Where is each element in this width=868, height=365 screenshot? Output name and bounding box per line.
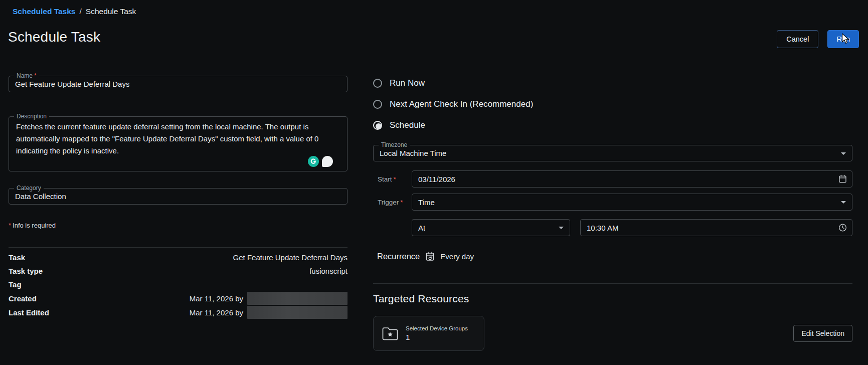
detail-row-created: Created Mar 11, 2026 by	[9, 291, 348, 305]
start-label: Start*	[373, 175, 412, 183]
detail-row-task-type: Task type fusionscript	[9, 264, 348, 278]
detail-row-tag: Tag	[9, 278, 348, 291]
trigger-select[interactable]: Time	[412, 194, 852, 211]
breadcrumb: Scheduled Tasks / Schedule Task	[13, 7, 136, 16]
timezone-value: Local Machine Time	[380, 149, 446, 157]
trigger-value: Time	[418, 198, 435, 207]
detail-label: Tag	[9, 280, 22, 289]
radio-icon	[373, 121, 382, 130]
breadcrumb-scheduled-tasks-link[interactable]: Scheduled Tasks	[13, 7, 75, 16]
detail-value: fusionscript	[309, 267, 348, 275]
detail-label: Task	[9, 253, 25, 262]
description-label: Description	[14, 113, 49, 120]
recurrence-label: Recurrence	[377, 252, 420, 261]
folder-star-icon	[382, 326, 399, 341]
at-value: At	[418, 224, 425, 232]
timezone-select[interactable]: Timezone Local Machine Time	[373, 145, 852, 161]
page-title: Schedule Task	[8, 29, 100, 45]
radio-run-now[interactable]: Run Now	[373, 73, 852, 94]
recurrence-value: Every day	[440, 252, 474, 261]
radio-next-agent-check-in[interactable]: Next Agent Check In (Recommended)	[373, 94, 852, 115]
redacted-username	[247, 306, 348, 319]
device-groups-label: Selected Device Groups	[406, 325, 468, 331]
name-label: Name*	[14, 72, 39, 80]
time-input[interactable]: 10:30 AM	[580, 219, 852, 236]
clock-icon[interactable]	[838, 223, 847, 233]
category-input[interactable]: Category Data Collection	[9, 188, 348, 205]
detail-row-last-edited: Last Edited Mar 11, 2026 by	[9, 305, 348, 319]
description-tool-icons	[308, 156, 333, 167]
radio-schedule[interactable]: Schedule	[373, 115, 852, 136]
category-value: Data Collection	[15, 192, 66, 201]
device-groups-count: 1	[406, 333, 468, 341]
radio-icon	[373, 79, 382, 88]
description-input[interactable]: Description Fetches the current feature …	[9, 116, 348, 171]
chevron-down-icon	[841, 152, 846, 155]
task-details-list: Task Get Feature Update Deferral Days Ta…	[9, 247, 348, 319]
run-button[interactable]: Run	[827, 30, 859, 48]
start-date-value: 03/11/2026	[418, 175, 455, 184]
device-groups-card[interactable]: Selected Device Groups 1	[373, 316, 484, 351]
assistant-bubble-icon[interactable]	[322, 156, 333, 167]
radio-label: Schedule	[390, 120, 425, 130]
start-row: Start* 03/11/2026	[373, 170, 852, 188]
redacted-username	[247, 292, 348, 305]
name-input[interactable]: Name* Get Feature Update Deferral Days	[9, 76, 348, 92]
targeted-resources-row: Selected Device Groups 1 Edit Selection	[373, 316, 852, 351]
detail-label: Task type	[9, 267, 43, 275]
detail-value: Mar 11, 2026 by	[190, 292, 348, 305]
recurrence-calendar-icon[interactable]	[425, 251, 435, 262]
cancel-button[interactable]: Cancel	[777, 30, 818, 48]
trigger-label: Trigger*	[373, 199, 412, 206]
chevron-down-icon	[841, 201, 846, 204]
grammarly-icon[interactable]	[308, 156, 319, 167]
start-date-input[interactable]: 03/11/2026	[412, 170, 852, 188]
chevron-down-icon	[559, 227, 564, 229]
description-value: Fetches the current feature update defer…	[16, 121, 340, 157]
timezone-label: Timezone	[379, 141, 410, 149]
radio-label: Next Agent Check In (Recommended)	[390, 99, 533, 109]
name-value: Get Feature Update Deferral Days	[15, 80, 129, 88]
category-label: Category	[14, 185, 44, 192]
recurrence-row: Recurrence Every day	[377, 249, 852, 263]
trigger-row: Trigger* Time	[373, 194, 852, 211]
breadcrumb-separator: /	[79, 7, 81, 16]
detail-value: Get Feature Update Deferral Days	[233, 253, 348, 262]
radio-icon	[373, 100, 382, 109]
detail-label: Created	[9, 294, 37, 303]
schedule-panel: Run Now Next Agent Check In (Recommended…	[373, 73, 852, 351]
detail-value: Mar 11, 2026 by	[190, 306, 348, 319]
section-divider	[373, 283, 852, 284]
task-form-panel: Name* Get Feature Update Deferral Days D…	[9, 70, 348, 319]
header-actions: Cancel Run	[777, 30, 859, 48]
at-time-row: At 10:30 AM	[373, 219, 852, 236]
breadcrumb-current: Schedule Task	[86, 7, 136, 16]
radio-label: Run Now	[390, 78, 425, 88]
targeted-resources-title: Targeted Resources	[373, 293, 852, 305]
calendar-icon[interactable]	[838, 174, 847, 184]
detail-label: Last Edited	[9, 308, 49, 317]
detail-row-task: Task Get Feature Update Deferral Days	[9, 251, 348, 264]
time-value: 10:30 AM	[587, 224, 618, 232]
at-select[interactable]: At	[412, 219, 570, 236]
required-info-note: *Info is required	[9, 222, 348, 229]
edit-selection-button[interactable]: Edit Selection	[793, 325, 852, 342]
